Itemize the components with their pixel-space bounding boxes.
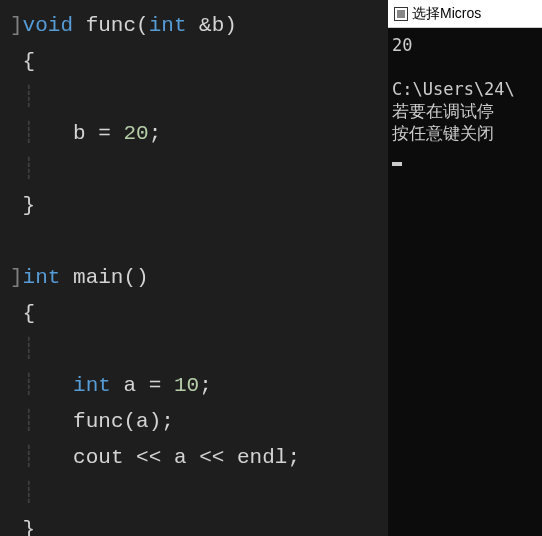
code-line: }	[0, 188, 388, 224]
code-line: ┊	[0, 80, 388, 116]
console-window[interactable]: 选择Micros 20 C:\Users\24\ 若要在调试停 按任意键关闭	[388, 0, 542, 536]
code-line: ┊ b = 20;	[0, 116, 388, 152]
close-brace: }	[23, 518, 36, 536]
code-line: {	[0, 296, 388, 332]
console-line	[392, 56, 538, 78]
code-line: ]void func(int &b)	[0, 8, 388, 44]
type: int	[149, 14, 187, 37]
cursor	[392, 162, 402, 166]
code-line: ┊ func(a);	[0, 404, 388, 440]
code-line: ┊ cout << a << endl;	[0, 440, 388, 476]
console-titlebar[interactable]: 选择Micros	[388, 0, 542, 28]
console-icon	[394, 7, 408, 21]
console-title-text: 选择Micros	[412, 5, 481, 23]
ref-param: &b	[199, 14, 224, 37]
code-line: ┊	[0, 332, 388, 368]
code-line: ┊	[0, 476, 388, 512]
open-brace: {	[23, 302, 36, 325]
function-name: func	[86, 14, 136, 37]
type: int	[73, 374, 111, 397]
console-line: C:\Users\24\	[392, 78, 538, 100]
endl: endl	[237, 446, 287, 469]
number-literal: 20	[124, 122, 149, 145]
console-line: 按任意键关闭	[392, 122, 538, 144]
code-line: }	[0, 512, 388, 536]
code-line: ]int main()	[0, 260, 388, 296]
variable: b	[73, 122, 86, 145]
open-brace: {	[23, 50, 36, 73]
keyword: void	[23, 14, 73, 37]
console-line: 20	[392, 34, 538, 56]
variable: a	[124, 374, 137, 397]
code-line: ┊ int a = 10;	[0, 368, 388, 404]
code-line	[0, 224, 388, 260]
number-literal: 10	[174, 374, 199, 397]
cout: cout	[73, 446, 123, 469]
type: int	[23, 266, 61, 289]
console-line: 若要在调试停	[392, 100, 538, 122]
function-call: func	[73, 410, 123, 433]
code-line: ┊	[0, 152, 388, 188]
code-line: {	[0, 44, 388, 80]
function-name: main	[73, 266, 123, 289]
console-cursor-line	[392, 144, 538, 166]
close-brace: }	[23, 194, 36, 217]
console-output[interactable]: 20 C:\Users\24\ 若要在调试停 按任意键关闭	[388, 28, 542, 536]
code-editor[interactable]: ]void func(int &b) { ┊ ┊ b = 20; ┊ } ]in…	[0, 0, 388, 536]
